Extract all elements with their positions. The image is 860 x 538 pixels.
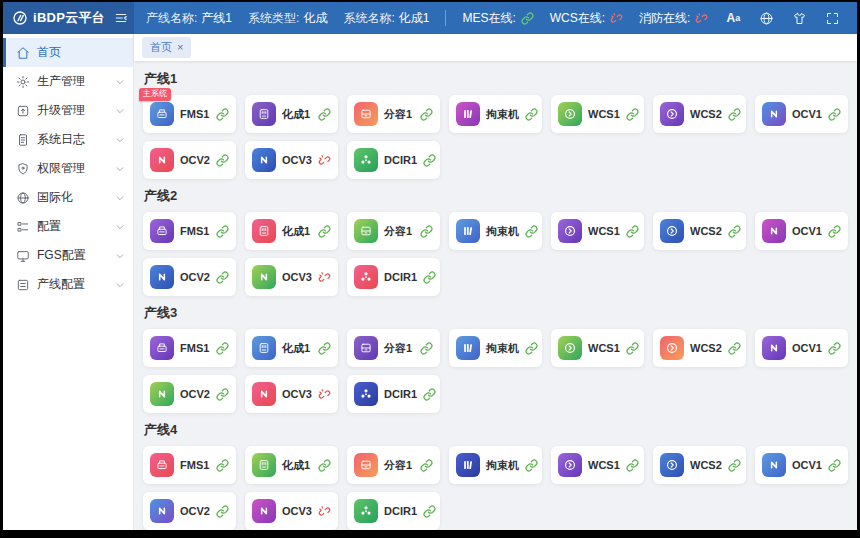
link-broken-icon[interactable]	[318, 505, 331, 518]
link-online-icon[interactable]	[525, 225, 538, 238]
device-card[interactable]: OCV3	[245, 375, 338, 413]
sidebar-item-fgs[interactable]: FGS配置	[3, 241, 133, 270]
link-online-icon[interactable]	[828, 342, 841, 355]
device-card[interactable]: FMS1	[143, 212, 236, 250]
link-online-icon[interactable]	[626, 108, 639, 121]
font-size-icon[interactable]: Aa	[724, 9, 742, 27]
link-broken-icon[interactable]	[318, 271, 331, 284]
fullscreen-icon[interactable]	[823, 9, 841, 27]
link-online-icon[interactable]	[626, 225, 639, 238]
device-card[interactable]: WCS1	[551, 95, 644, 133]
sidebar-item-line-config[interactable]: 产线配置	[3, 270, 133, 299]
device-card[interactable]: 分容1	[347, 95, 440, 133]
device-card[interactable]: OCV3	[245, 258, 338, 296]
sidebar-item-production[interactable]: 生产管理	[3, 67, 133, 96]
link-online-icon[interactable]	[423, 271, 436, 284]
sidebar-item-home[interactable]: 首页	[3, 38, 133, 67]
link-online-icon[interactable]	[216, 225, 229, 238]
link-online-icon[interactable]	[626, 459, 639, 472]
link-online-icon[interactable]	[728, 459, 741, 472]
device-card[interactable]: DCIR1	[347, 375, 440, 413]
device-card[interactable]: WCS2	[653, 329, 746, 367]
link-online-icon[interactable]	[525, 108, 538, 121]
link-online-icon[interactable]	[420, 342, 433, 355]
link-online-icon[interactable]	[216, 108, 229, 121]
link-online-icon[interactable]	[525, 342, 538, 355]
header-info-item: 系统名称:化成1	[343, 10, 429, 27]
device-card[interactable]: FMS1	[143, 446, 236, 484]
language-icon[interactable]	[757, 9, 775, 27]
link-online-icon[interactable]	[216, 342, 229, 355]
device-card[interactable]: 拘束机	[449, 446, 542, 484]
tab-首页[interactable]: 首页×	[142, 37, 191, 58]
device-card[interactable]: OCV1	[755, 212, 848, 250]
device-card[interactable]: OCV1	[755, 329, 848, 367]
device-card[interactable]: 化成1	[245, 446, 338, 484]
device-card[interactable]: DCIR1	[347, 492, 440, 530]
device-card[interactable]: WCS1	[551, 212, 644, 250]
device-card[interactable]: OCV1	[755, 446, 848, 484]
device-card[interactable]: 主系统FMS1	[143, 95, 236, 133]
device-card[interactable]: 分容1	[347, 212, 440, 250]
user-icon[interactable]	[856, 9, 857, 27]
link-online-icon[interactable]	[525, 459, 538, 472]
sidebar-item-i18n[interactable]: 国际化	[3, 183, 133, 212]
device-card[interactable]: 化成1	[245, 329, 338, 367]
tab-close-icon[interactable]: ×	[177, 42, 183, 53]
device-card[interactable]: 拘束机	[449, 95, 542, 133]
link-online-icon[interactable]	[318, 459, 331, 472]
device-card[interactable]: 化成1	[245, 95, 338, 133]
link-online-icon[interactable]	[318, 108, 331, 121]
link-online-icon[interactable]	[216, 271, 229, 284]
device-card[interactable]: 拘束机	[449, 212, 542, 250]
device-card[interactable]: 化成1	[245, 212, 338, 250]
link-broken-icon[interactable]	[318, 388, 331, 401]
link-online-icon[interactable]	[423, 154, 436, 167]
device-card[interactable]: 拘束机	[449, 329, 542, 367]
link-online-icon[interactable]	[728, 108, 741, 121]
device-card[interactable]: 分容1	[347, 446, 440, 484]
link-online-icon[interactable]	[423, 505, 436, 518]
device-card[interactable]: OCV2	[143, 375, 236, 413]
link-online-icon[interactable]	[420, 225, 433, 238]
device-card[interactable]: WCS1	[551, 446, 644, 484]
device-card[interactable]: OCV2	[143, 141, 236, 179]
device-card[interactable]: WCS2	[653, 95, 746, 133]
sidebar-item-upgrade[interactable]: 升级管理	[3, 96, 133, 125]
sidebar-item-log[interactable]: 系统日志	[3, 125, 133, 154]
link-online-icon[interactable]	[728, 342, 741, 355]
device-card[interactable]: DCIR1	[347, 141, 440, 179]
link-online-icon[interactable]	[728, 225, 741, 238]
device-card[interactable]: OCV2	[143, 492, 236, 530]
link-online-icon[interactable]	[216, 154, 229, 167]
link-online-icon[interactable]	[420, 108, 433, 121]
link-online-icon[interactable]	[318, 225, 331, 238]
device-card[interactable]: OCV1	[755, 95, 848, 133]
device-card[interactable]: OCV3	[245, 141, 338, 179]
link-online-icon[interactable]	[216, 505, 229, 518]
link-online-icon[interactable]	[828, 459, 841, 472]
device-card[interactable]: OCV3	[245, 492, 338, 530]
link-online-icon[interactable]	[423, 388, 436, 401]
link-broken-icon[interactable]	[318, 154, 331, 167]
device-card[interactable]: OCV2	[143, 258, 236, 296]
link-online-icon[interactable]	[318, 342, 331, 355]
link-online-icon[interactable]	[216, 459, 229, 472]
device-card-grid: FMS1化成1分容1拘束机WCS1WCS2OCV1OCV2OCV3DCIR1	[143, 329, 849, 413]
link-online-icon[interactable]	[828, 108, 841, 121]
sidebar-fold-icon[interactable]	[114, 11, 128, 25]
link-online-icon[interactable]	[828, 225, 841, 238]
device-card[interactable]: 分容1	[347, 329, 440, 367]
device-card[interactable]: WCS2	[653, 212, 746, 250]
sidebar-item-permission[interactable]: 权限管理	[3, 154, 133, 183]
sidebar-item-config[interactable]: 配置	[3, 212, 133, 241]
theme-icon[interactable]	[790, 9, 808, 27]
config-icon	[16, 220, 30, 234]
device-card[interactable]: WCS2	[653, 446, 746, 484]
link-online-icon[interactable]	[216, 388, 229, 401]
link-online-icon[interactable]	[626, 342, 639, 355]
link-online-icon[interactable]	[420, 459, 433, 472]
device-card[interactable]: WCS1	[551, 329, 644, 367]
device-card[interactable]: FMS1	[143, 329, 236, 367]
device-card[interactable]: DCIR1	[347, 258, 440, 296]
